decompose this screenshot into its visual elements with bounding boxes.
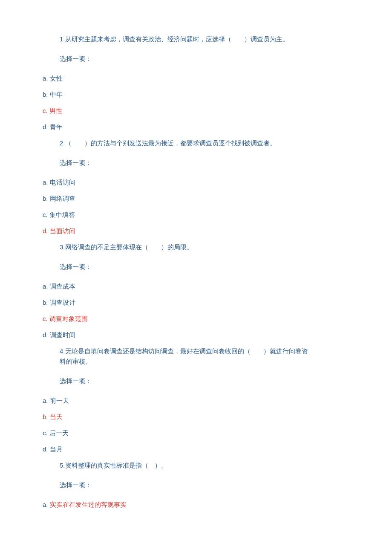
answer-option: d. 调查时间 xyxy=(43,330,349,340)
answer-option-correct: c. 调查对象范围 xyxy=(43,314,349,324)
option-label: 调查对象范围 xyxy=(49,315,88,322)
answer-option: c. 后一天 xyxy=(43,428,349,438)
option-prefix: c. xyxy=(43,429,49,436)
option-label: 实实在在发生过的客观事实 xyxy=(50,501,127,508)
option-prefix: a. xyxy=(43,283,50,290)
choose-label: 选择一项： xyxy=(60,376,349,386)
question-block-5: 5.资料整理的真实性标准是指（ ）。 选择一项： a. 实实在在发生过的客观事实 xyxy=(43,460,349,510)
option-label: 前一天 xyxy=(50,397,69,404)
question-text: 1.从研究主题来考虑，调查有关政治、经济问题时，应选择（ ）调查员为主。 xyxy=(60,34,349,44)
question-text: 5.资料整理的真实性标准是指（ ）。 xyxy=(60,460,349,471)
option-prefix: d. xyxy=(43,227,50,234)
option-prefix: b. xyxy=(43,413,50,420)
question-text: 4.无论是自填问卷调查还是结构访问调查，最好在调查问卷收回的（ ）就进行问卷资 … xyxy=(60,346,349,367)
option-label: 中年 xyxy=(50,91,63,98)
answer-option: b. 调查设计 xyxy=(43,298,349,308)
option-prefix: d. xyxy=(43,123,50,130)
question-block-2: 2.（ ）的方法与个别发送法最为接近，都要求调查员逐个找到被调查者。 选择一项：… xyxy=(43,138,349,236)
document-page: 1.从研究主题来考虑，调查有关政治、经济问题时，应选择（ ）调查员为主。 选择一… xyxy=(0,0,392,533)
option-label: 女性 xyxy=(50,75,63,82)
option-prefix: c. xyxy=(43,315,49,322)
option-prefix: c. xyxy=(43,107,49,114)
option-label: 调查时间 xyxy=(50,331,75,338)
option-label: 当面访问 xyxy=(50,227,75,234)
option-label: 网络调查 xyxy=(50,195,75,202)
option-prefix: b. xyxy=(43,195,50,202)
question-block-1: 1.从研究主题来考虑，调查有关政治、经济问题时，应选择（ ）调查员为主。 选择一… xyxy=(43,34,349,132)
option-prefix: a. xyxy=(43,75,50,82)
option-prefix: d. xyxy=(43,331,50,338)
choose-label: 选择一项： xyxy=(60,480,349,490)
option-label: 集中填答 xyxy=(49,211,75,218)
question-text: 2.（ ）的方法与个别发送法最为接近，都要求调查员逐个找到被调查者。 xyxy=(60,138,349,148)
question-block-3: 3.网络调查的不足主要体现在（ ）的局限。 选择一项： a. 调查成本 b. 调… xyxy=(43,242,349,340)
answer-option: c. 集中填答 xyxy=(43,210,349,220)
option-label: 后一天 xyxy=(49,429,69,436)
answer-option: d. 青年 xyxy=(43,122,349,132)
question-block-4: 4.无论是自填问卷调查还是结构访问调查，最好在调查问卷收回的（ ）就进行问卷资 … xyxy=(43,346,349,454)
option-label: 当月 xyxy=(50,445,63,453)
choose-label: 选择一项： xyxy=(60,262,349,272)
choose-label: 选择一项： xyxy=(60,158,349,168)
option-label: 男性 xyxy=(49,107,62,114)
answer-option-correct: a. 实实在在发生过的客观事实 xyxy=(43,500,349,510)
answer-option: a. 前一天 xyxy=(43,396,349,406)
choose-label: 选择一项： xyxy=(60,54,349,64)
option-prefix: b. xyxy=(43,299,50,306)
option-label: 青年 xyxy=(50,123,63,130)
option-label: 调查设计 xyxy=(50,299,75,306)
question-text-line2: 料的审核。 xyxy=(60,356,349,367)
option-prefix: a. xyxy=(43,179,50,186)
answer-option: b. 网络调查 xyxy=(43,194,349,204)
question-text-line1: 4.无论是自填问卷调查还是结构访问调查，最好在调查问卷收回的（ ）就进行问卷资 xyxy=(60,346,349,356)
answer-option: d. 当月 xyxy=(43,444,349,454)
answer-option-correct: d. 当面访问 xyxy=(43,226,349,236)
option-label: 电话访问 xyxy=(50,179,75,186)
option-label: 调查成本 xyxy=(50,283,75,290)
option-prefix: c. xyxy=(43,211,49,218)
option-prefix: a. xyxy=(43,501,50,508)
answer-option: a. 调查成本 xyxy=(43,281,349,292)
answer-option: a. 女性 xyxy=(43,73,349,84)
option-label: 当天 xyxy=(50,413,63,420)
answer-option-correct: b. 当天 xyxy=(43,412,349,422)
option-prefix: a. xyxy=(43,397,50,404)
answer-option-correct: c. 男性 xyxy=(43,106,349,116)
answer-option: a. 电话访问 xyxy=(43,177,349,188)
option-prefix: b. xyxy=(43,91,50,98)
option-prefix: d. xyxy=(43,445,50,453)
answer-option: b. 中年 xyxy=(43,90,349,100)
question-text: 3.网络调查的不足主要体现在（ ）的局限。 xyxy=(60,242,349,252)
